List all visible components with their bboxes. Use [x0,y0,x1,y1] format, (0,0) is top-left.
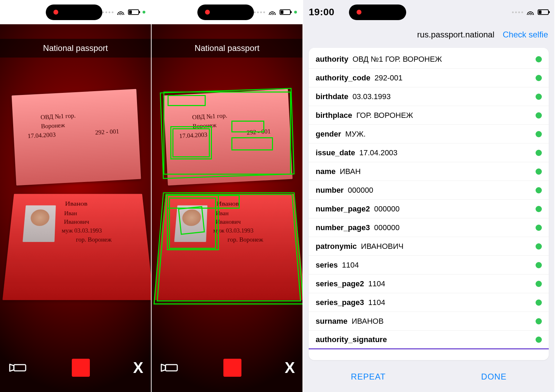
result-row[interactable]: name ИВАН [309,162,549,181]
result-value: 1104 [342,261,359,270]
result-value: 000000 [374,223,400,232]
svg-rect-1 [165,365,177,371]
check-selfie-button[interactable]: Check selfie [503,30,548,40]
status-ok-icon [536,262,542,268]
status-ok-icon [536,150,542,156]
shutter-button[interactable] [72,359,90,377]
status-ok-icon [536,187,542,193]
result-value: ИВАНОВ [352,317,384,326]
document-type-label: rus.passport.national [417,30,494,40]
results-list[interactable]: authority ОВД №1 ГОР. ВОРОНЕЖauthority_c… [309,48,549,360]
close-button[interactable]: X [285,359,295,376]
status-ok-icon [536,75,542,81]
detection-overlay [159,83,296,340]
phone-results: 19:00 rus.passport.national Check selfie… [303,0,555,392]
battery-icon [280,9,291,15]
result-row[interactable]: birthdate 03.03.1993 [309,87,549,106]
cellular-icon [512,11,523,13]
result-value: 1104 [368,279,385,288]
result-value: 292-001 [375,73,403,82]
flashlight-button[interactable] [8,362,28,374]
dynamic-island [197,5,254,20]
document-title: National passport [152,39,302,58]
result-row[interactable]: series_page2 1104 [309,275,549,293]
result-value: МУЖ. [345,130,366,139]
result-key: surname [316,317,348,326]
result-key: number_page2 [316,204,370,214]
result-row[interactable]: gender МУЖ. [309,125,549,143]
wifi-icon [268,9,276,15]
result-row[interactable]: authority_signature [309,331,549,349]
result-key: authority [316,55,348,64]
result-row[interactable]: issue_date 17.04.2003 [309,143,549,162]
result-row[interactable]: series 1104 [309,256,549,275]
result-row[interactable]: number_page2 000000 [309,200,549,218]
close-button[interactable]: X [133,359,143,376]
result-key: number_page3 [316,223,370,232]
camera-preview: National passport ОВД №1 гор. Воронеж 17… [0,24,151,392]
status-ok-icon [536,225,542,231]
status-ok-icon [536,206,542,212]
result-value: 03.03.1993 [352,92,391,101]
passport-photo [23,206,56,242]
phone-camera-raw: 19:00 National passport ОВД №1 гор. Воро… [0,0,152,392]
shutter-button[interactable] [223,359,241,377]
battery-icon [128,9,139,15]
wifi-icon [117,9,125,15]
status-ok-icon [536,318,542,324]
cellular-icon [102,11,113,13]
done-button[interactable]: DONE [481,372,506,382]
status-ok-icon [536,337,542,343]
status-bar: 19:00 [303,0,554,24]
result-row[interactable]: number_page3 000000 [309,218,549,237]
result-value: ОВД №1 ГОР. ВОРОНЕЖ [352,55,442,64]
result-key: authority_code [316,73,370,82]
result-row[interactable]: authority ОВД №1 ГОР. ВОРОНЕЖ [309,50,549,69]
battery-icon [538,9,549,15]
result-key: authority_signature [316,335,387,344]
status-time: 19:00 [6,7,31,18]
result-value: ИВАНОВИЧ [361,242,404,251]
status-ok-icon [536,299,542,306]
result-key: patronymic [316,242,357,251]
status-bar: 19:00 [152,0,302,24]
result-value: ГОР. ВОРОНЕЖ [356,111,413,120]
result-row[interactable]: series_page3 1104 [309,293,549,312]
phone-camera-detection: 19:00 National passport ОВД №1 гор. Воро… [152,0,303,392]
cellular-icon [254,11,265,13]
result-value: ИВАН [340,167,360,176]
status-ok-icon [536,131,542,137]
wifi-icon [527,9,534,15]
camera-preview: National passport ОВД №1 гор. Воронеж 17… [152,24,302,392]
result-key: number [316,186,344,195]
result-key: issue_date [316,148,355,157]
status-ok-icon [536,243,542,250]
flashlight-button[interactable] [159,362,180,374]
status-bar: 19:00 [0,0,151,24]
result-key: birthdate [316,92,348,101]
camera-active-icon [143,11,145,14]
camera-active-icon [294,11,297,14]
status-time: 19:00 [309,7,334,18]
status-ok-icon [536,168,542,175]
result-value: 000000 [348,186,373,195]
document-title: National passport [0,39,151,58]
status-ok-icon [536,56,542,62]
result-value: 000000 [374,204,400,214]
status-ok-icon [536,112,542,119]
result-row[interactable]: surname ИВАНОВ [309,312,549,331]
results-header: rus.passport.national Check selfie [303,26,554,44]
document-mock: ОВД №1 гор. Воронеж 17.04.2003 292 - 001… [7,83,144,340]
svg-rect-0 [14,365,26,371]
result-key: name [316,167,335,176]
document-mock: ОВД №1 гор. Воронеж 17.04.2003 292 - 001… [159,83,296,340]
result-row[interactable]: number 000000 [309,181,549,200]
result-value: 1104 [368,298,385,307]
status-ok-icon [536,281,542,287]
result-row[interactable]: patronymic ИВАНОВИЧ [309,237,549,256]
result-row[interactable]: authority_code 292-001 [309,69,549,87]
result-row[interactable]: birthplace ГОР. ВОРОНЕЖ [309,106,549,125]
result-key: series_page3 [316,298,364,307]
repeat-button[interactable]: REPEAT [351,372,386,382]
dynamic-island [349,5,406,20]
